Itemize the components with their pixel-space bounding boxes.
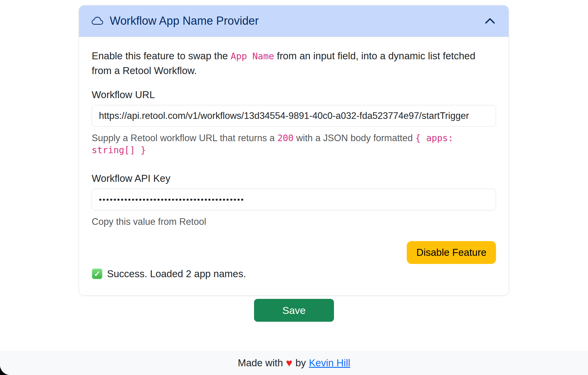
footer-text-2: by bbox=[296, 357, 306, 369]
footer-text: Made with bbox=[238, 357, 283, 369]
status-row: ✓ Success. Loaded 2 app names. bbox=[92, 268, 496, 280]
workflow-url-help: Supply a Retool workflow URL that return… bbox=[92, 132, 496, 156]
status-200-code: 200 bbox=[277, 133, 293, 143]
workflow-url-input[interactable] bbox=[92, 105, 496, 127]
api-key-input[interactable] bbox=[92, 189, 496, 210]
heart-icon: ♥ bbox=[286, 358, 292, 368]
feature-button-row: Disable Feature bbox=[92, 241, 496, 264]
disable-feature-button[interactable]: Disable Feature bbox=[407, 241, 496, 264]
accordion-header-workflow-provider[interactable]: Workflow App Name Provider bbox=[79, 5, 509, 37]
workflow-provider-card: Workflow App Name Provider Enable this f… bbox=[79, 5, 509, 296]
feature-description: Enable this feature to swap the App Name… bbox=[92, 49, 496, 78]
accordion-body: Enable this feature to swap the App Name… bbox=[79, 37, 509, 295]
api-key-label: Workflow API Key bbox=[92, 172, 496, 184]
settings-page: Workflow App Name Provider Enable this f… bbox=[0, 0, 588, 375]
accordion-title: Workflow App Name Provider bbox=[110, 14, 477, 27]
workflow-url-label: Workflow URL bbox=[92, 89, 496, 101]
footer: Made with ♥ by Kevin Hill bbox=[0, 351, 588, 375]
help-text-2: with a JSON body formatted bbox=[294, 133, 415, 143]
help-text: Supply a Retool workflow URL that return… bbox=[92, 133, 277, 143]
cloud-icon bbox=[92, 15, 103, 27]
author-link[interactable]: Kevin Hill bbox=[309, 357, 351, 369]
description-text: Enable this feature to swap the bbox=[92, 50, 231, 61]
app-name-code: App Name bbox=[231, 51, 274, 61]
save-button[interactable]: Save bbox=[254, 299, 334, 322]
success-check-icon: ✓ bbox=[92, 268, 103, 279]
chevron-up-icon[interactable] bbox=[484, 15, 496, 27]
save-row: Save bbox=[0, 299, 588, 322]
api-key-help: Copy this value from Retool bbox=[92, 216, 496, 228]
status-text: Success. Loaded 2 app names. bbox=[107, 268, 246, 280]
